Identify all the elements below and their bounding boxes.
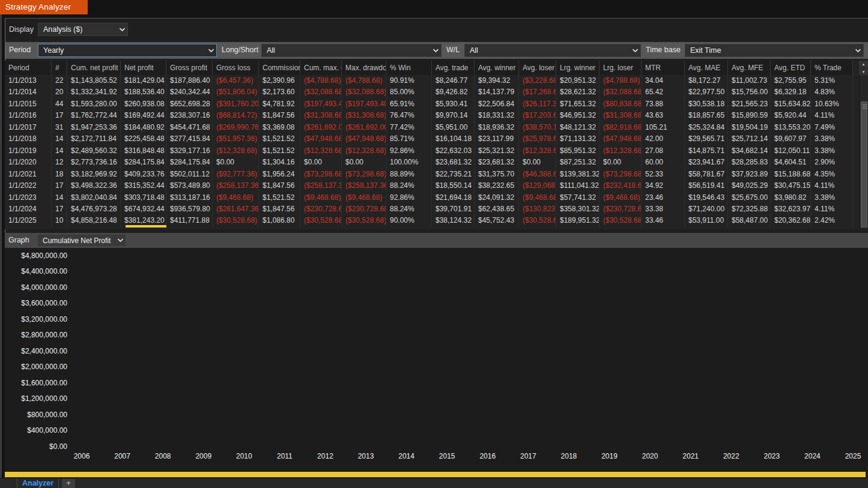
table-row[interactable]: 1/1/202012$2,773,736.16$284,175.84$284,1… [5, 157, 853, 168]
table-cell: $0.00 [300, 157, 342, 168]
table-cell: ($51,806.04) [213, 86, 259, 98]
column-header-net-profit[interactable]: Net profit [121, 61, 166, 75]
table-cell: ($82,918.68) [599, 122, 642, 133]
x-tick-label: 2006 [61, 452, 102, 460]
table-cell: 85.00% [386, 86, 432, 98]
graph-select[interactable]: Cumulative Net Profit [37, 234, 126, 247]
table-cell: 1/1/2021 [5, 169, 52, 180]
table-row[interactable]: 1/1/201617$1,762,772.44$169,492.44$238,3… [5, 110, 853, 121]
table-row[interactable]: 1/1/202314$3,802,040.84$303,718.48$313,1… [5, 192, 853, 203]
column-header--[interactable]: # [52, 61, 67, 75]
column-header-avg-etd[interactable]: Avg. ETD [771, 61, 811, 75]
table-row[interactable]: 1/1/201544$1,593,280.00$260,938.08$652,6… [5, 98, 853, 110]
display-select[interactable]: Analysis ($) [38, 23, 128, 36]
table-cell: 60.00 [642, 157, 685, 168]
table-row[interactable]: 1/1/201731$1,947,253.36$184,480.92$454,4… [5, 122, 853, 133]
table-cell: ($30,528.68) [300, 215, 342, 226]
table-cell: $18,857.65 [685, 110, 728, 121]
column-header-avg-loser[interactable]: Avg. loser [519, 61, 556, 75]
table-cell: $4,858,216.48 [67, 215, 121, 226]
y-tick-label: $4,000,000.00 [7, 283, 67, 292]
table-row[interactable]: 1/1/201322$1,143,805.52$181,429.04$187,8… [5, 75, 853, 86]
table-row[interactable]: 1/1/202417$4,476,973.28$674,932.44$936,5… [5, 203, 853, 215]
table-cell: 4.11% [811, 110, 853, 121]
column-header-gross-profit[interactable]: Gross profit [166, 61, 213, 75]
table-cell: $18,331.32 [475, 110, 519, 121]
column-header--trade[interactable]: % Trade [811, 61, 853, 75]
table-cell: ($3,228.68) [519, 75, 556, 86]
table-row[interactable]: 1/1/201914$2,489,560.32$316,848.48$329,1… [5, 145, 853, 157]
column-header-commission[interactable]: Commission [259, 61, 300, 75]
column-header-lrg-winner[interactable]: Lrg. winner [556, 61, 599, 75]
table-cell: $9,607.97 [771, 133, 811, 145]
table-cell: 44 [52, 98, 67, 110]
table-cell: 7.49% [811, 122, 853, 133]
period-select[interactable]: Yearly [38, 44, 217, 57]
column-header-cum-max-drawdown[interactable]: Cum. max. drawdown [300, 61, 342, 75]
table-cell: $14,137.79 [475, 86, 519, 98]
chevron-down-icon [630, 49, 640, 53]
table-cell: $22,735.21 [432, 169, 475, 180]
x-tick-label: 2008 [142, 452, 183, 460]
table-cell: $71,651.32 [556, 98, 599, 110]
table-cell: $22,632.03 [432, 145, 475, 157]
table-cell: $316,848.48 [121, 145, 166, 157]
chart-hscrollbar[interactable] [5, 472, 866, 477]
table-cell: ($32,088.68) [599, 86, 642, 98]
column-header-avg-mfe[interactable]: Avg. MFE [728, 61, 771, 75]
results-table: Period#Cum. net profitNet profitGross pr… [5, 61, 864, 229]
column-header-mtr[interactable]: MTR [642, 61, 685, 75]
table-row[interactable]: 1/1/202217$3,498,322.36$315,352.44$573,4… [5, 180, 853, 191]
column-header-avg-trade[interactable]: Avg. trade [432, 61, 475, 75]
table-cell: ($25,978.68) [519, 133, 556, 145]
table-cell: ($258,137.36) [300, 180, 342, 191]
add-tab-button[interactable]: + [62, 479, 75, 488]
table-cell: ($9,468.68) [519, 192, 556, 203]
tab-analyzer[interactable]: Analyzer [17, 478, 59, 488]
column-header-max-drawdown[interactable]: Max. drawdown [342, 61, 386, 75]
column-header-gross-loss[interactable]: Gross loss [213, 61, 259, 75]
table-cell: 88.89% [386, 169, 432, 180]
x-tick-label: 2022 [711, 452, 751, 460]
table-cell: $0.00 [599, 157, 642, 168]
column-header--win[interactable]: % Win [386, 61, 432, 75]
time-base-select[interactable]: Exit Time [685, 44, 864, 57]
table-cell: $315,352.44 [121, 180, 166, 191]
table-cell: 22 [52, 75, 67, 86]
table-row[interactable]: 1/1/201420$1,332,341.92$188,536.40$240,3… [5, 86, 853, 98]
cumulative-profit-chart: Cumulative profit ($) Year $0.00$400,000… [5, 248, 868, 472]
table-row[interactable]: 1/1/201814$2,172,711.84$225,458.48$277,4… [5, 133, 853, 145]
table-cell: $24,091.32 [475, 192, 519, 203]
table-cell: ($47,948.68) [342, 133, 386, 145]
table-cell: $187,886.40 [166, 75, 213, 86]
table-cell: 1/1/2024 [5, 203, 52, 215]
scroll-up-icon[interactable]: ▲ [859, 61, 868, 68]
table-cell: $57,741.32 [556, 192, 599, 203]
column-header-avg-mae[interactable]: Avg. MAE [685, 61, 728, 75]
table-cell: 34.04 [642, 75, 685, 86]
table-cell: 17 [52, 180, 67, 191]
column-header-avg-winner[interactable]: Avg. winner [475, 61, 519, 75]
strategy-analyzer-tab[interactable]: Strategy Analyzer [0, 0, 88, 14]
long-short-select[interactable]: All [261, 44, 442, 57]
column-header-lrg-loser[interactable]: Lrg. loser [599, 61, 642, 75]
table-cell: $39,701.91 [432, 203, 475, 215]
y-tick-label: $0.00 [7, 442, 67, 451]
table-cell: 52.33 [642, 169, 685, 180]
vscroll-thumb[interactable] [861, 101, 867, 227]
wl-select[interactable]: All [464, 44, 641, 57]
table-vscrollbar[interactable] [859, 75, 868, 229]
table-cell: ($47,948.68) [300, 133, 342, 145]
x-tick-label: 2010 [223, 452, 264, 460]
table-cell: $29,565.71 [685, 133, 728, 145]
table-cell: ($4,788.68) [599, 75, 642, 86]
table-row[interactable]: 1/1/202118$3,182,969.92$409,233.76$502,0… [5, 169, 853, 180]
table-cell: $14,875.71 [685, 145, 728, 157]
table-cell: $240,342.44 [166, 86, 213, 98]
column-header-period[interactable]: Period [5, 61, 52, 75]
table-cell: 65.91% [386, 98, 432, 110]
table-cell: ($17,203.68) [519, 110, 556, 121]
column-header-cum-net-profit[interactable]: Cum. net profit [67, 61, 121, 75]
table-cell: $9,394.32 [475, 75, 519, 86]
table-cell: 1/1/2025 [5, 215, 52, 226]
